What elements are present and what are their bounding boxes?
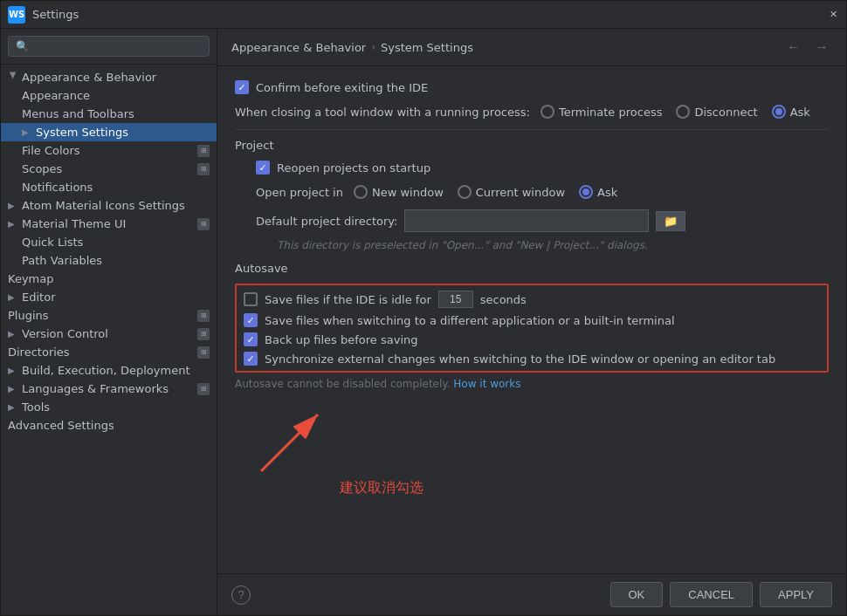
- app-icon: WS: [8, 6, 25, 24]
- sidebar-item-appearance[interactable]: Appearance: [1, 86, 217, 105]
- disconnect-label: Disconnect: [694, 106, 757, 119]
- badge-icon: ⊞: [197, 383, 210, 395]
- cancel-button[interactable]: CANCEL: [670, 582, 753, 607]
- current-window-radio-outer: [458, 185, 472, 199]
- expand-icon: ▶: [8, 384, 18, 394]
- expand-icon: ▶: [8, 292, 18, 302]
- save-switch-checkbox[interactable]: ✓: [244, 313, 258, 327]
- nav-forward-button[interactable]: →: [811, 38, 832, 57]
- sidebar-item-languages-frameworks[interactable]: ▶ Languages & Frameworks ⊞: [1, 380, 217, 398]
- dir-hint: This directory is preselected in "Open..…: [277, 239, 829, 251]
- save-idle-seconds-input[interactable]: [438, 291, 473, 308]
- sync-label: Synchronize external changes when switch…: [265, 352, 775, 366]
- sidebar-item-material-theme[interactable]: ▶ Material Theme UI ⊞: [1, 215, 217, 233]
- badge-icon: ⊞: [197, 328, 210, 340]
- nav-back-button[interactable]: ←: [783, 38, 804, 57]
- expand-icon: ▶: [22, 127, 32, 137]
- badge-icon: ⊞: [197, 218, 210, 230]
- svg-line-1: [261, 414, 318, 471]
- sidebar-item-directories[interactable]: Directories ⊞: [1, 343, 217, 361]
- sync-row: ✓ Synchronize external changes when swit…: [244, 352, 820, 366]
- reopen-projects-checkbox[interactable]: ✓: [256, 161, 270, 175]
- sidebar-item-advanced-settings[interactable]: Advanced Settings: [1, 416, 217, 435]
- how-it-works-link[interactable]: How it works: [453, 378, 520, 390]
- save-idle-checkbox[interactable]: [244, 292, 258, 306]
- save-idle-label: Save files if the IDE is idle for: [265, 293, 431, 306]
- project-section-title: Project: [235, 139, 829, 152]
- footer: ? OK CANCEL APPLY: [217, 573, 846, 615]
- confirm-exit-label: Confirm before exiting the IDE: [256, 81, 428, 94]
- ask-label-2: Ask: [597, 186, 617, 199]
- expand-icon: ▶: [8, 402, 18, 412]
- badge-icon: ⊞: [197, 145, 210, 157]
- reopen-label: Reopen projects on startup: [277, 161, 430, 175]
- new-window-radio[interactable]: New window: [354, 185, 444, 199]
- project-settings: ✓ Reopen projects on startup Open projec…: [256, 161, 829, 251]
- sidebar-item-system-settings[interactable]: ▶ System Settings: [1, 123, 217, 141]
- ask-radio-1[interactable]: Ask: [772, 105, 810, 119]
- sidebar-tree: ▶ Appearance & Behavior Appearance Menus…: [1, 65, 217, 615]
- new-window-label: New window: [372, 186, 444, 199]
- footer-left: ?: [231, 585, 251, 605]
- confirm-exit-row: ✓ Confirm before exiting the IDE: [235, 80, 829, 94]
- ask-radio-2[interactable]: Ask: [579, 185, 617, 199]
- sidebar-item-build-execution[interactable]: ▶ Build, Execution, Deployment: [1, 361, 217, 380]
- current-window-radio[interactable]: Current window: [458, 185, 565, 199]
- settings-window: WS Settings ✕ ▶ Appearance & Behavior Ap…: [0, 0, 847, 616]
- backup-label: Back up files before saving: [265, 333, 418, 346]
- expand-icon: ▶: [9, 72, 18, 83]
- window-title: Settings: [32, 8, 827, 21]
- search-box: [1, 29, 217, 65]
- disconnect-radio[interactable]: Disconnect: [676, 105, 757, 119]
- close-button[interactable]: ✕: [827, 9, 839, 21]
- ask-radio-2-inner: [582, 188, 589, 195]
- save-idle-suffix: seconds: [480, 293, 527, 306]
- expand-icon: ▶: [8, 219, 18, 229]
- backup-checkbox[interactable]: ✓: [244, 332, 258, 346]
- breadcrumb-current: System Settings: [381, 41, 473, 54]
- autosave-section-title: Autosave: [235, 262, 829, 275]
- new-window-radio-outer: [354, 185, 368, 199]
- help-button[interactable]: ?: [231, 585, 251, 605]
- tool-window-row: When closing a tool window with a runnin…: [235, 105, 829, 119]
- ok-button[interactable]: OK: [610, 582, 664, 607]
- badge-icon: ⊞: [197, 346, 210, 359]
- breadcrumb: Appearance & Behavior › System Settings …: [217, 29, 846, 66]
- sidebar-item-quick-lists[interactable]: Quick Lists: [1, 233, 217, 251]
- annotation-text: 建议取消勾选: [340, 479, 424, 497]
- terminate-radio[interactable]: Terminate process: [541, 105, 663, 119]
- sidebar-item-atom-material[interactable]: ▶ Atom Material Icons Settings: [1, 196, 217, 215]
- red-arrow-svg: [235, 397, 340, 476]
- save-switch-label: Save files when switching to a different…: [265, 314, 675, 327]
- sidebar-item-plugins[interactable]: Plugins ⊞: [1, 306, 217, 325]
- sidebar-item-notifications[interactable]: Notifications: [1, 178, 217, 196]
- expand-icon: ▶: [8, 329, 18, 339]
- apply-button[interactable]: APPLY: [760, 582, 832, 607]
- browse-dir-button[interactable]: 📁: [656, 211, 685, 231]
- sidebar-item-scopes[interactable]: Scopes ⊞: [1, 160, 217, 178]
- sidebar-item-file-colors[interactable]: File Colors ⊞: [1, 141, 217, 160]
- tool-window-label: When closing a tool window with a runnin…: [235, 106, 530, 119]
- search-input[interactable]: [8, 36, 210, 57]
- badge-icon: ⊞: [197, 163, 210, 175]
- sidebar-item-version-control[interactable]: ▶ Version Control ⊞: [1, 325, 217, 343]
- sidebar-item-menus-toolbars[interactable]: Menus and Toolbars: [1, 105, 217, 123]
- window-controls: ✕: [827, 9, 839, 21]
- save-idle-row: Save files if the IDE is idle for second…: [244, 291, 820, 308]
- sidebar-item-path-variables[interactable]: Path Variables: [1, 251, 217, 270]
- main-panel: Appearance & Behavior › System Settings …: [217, 29, 846, 615]
- tool-window-radio-group: Terminate process Disconnect Ask: [541, 105, 810, 119]
- sync-checkbox[interactable]: ✓: [244, 352, 258, 366]
- sidebar-item-keymap[interactable]: Keymap: [1, 270, 217, 288]
- sidebar-item-editor[interactable]: ▶ Editor: [1, 288, 217, 306]
- sidebar-item-appearance-behavior[interactable]: ▶ Appearance & Behavior: [1, 68, 217, 86]
- breadcrumb-separator: ›: [371, 41, 375, 53]
- open-project-row: Open project in New window Current windo…: [256, 185, 829, 199]
- expand-icon: ▶: [8, 201, 18, 210]
- sidebar: ▶ Appearance & Behavior Appearance Menus…: [1, 29, 217, 615]
- terminate-label: Terminate process: [559, 106, 663, 119]
- default-dir-input[interactable]: [404, 209, 649, 232]
- confirm-exit-checkbox[interactable]: ✓: [235, 80, 249, 94]
- ask-radio-outer: [772, 105, 786, 119]
- sidebar-item-tools[interactable]: ▶ Tools: [1, 398, 217, 416]
